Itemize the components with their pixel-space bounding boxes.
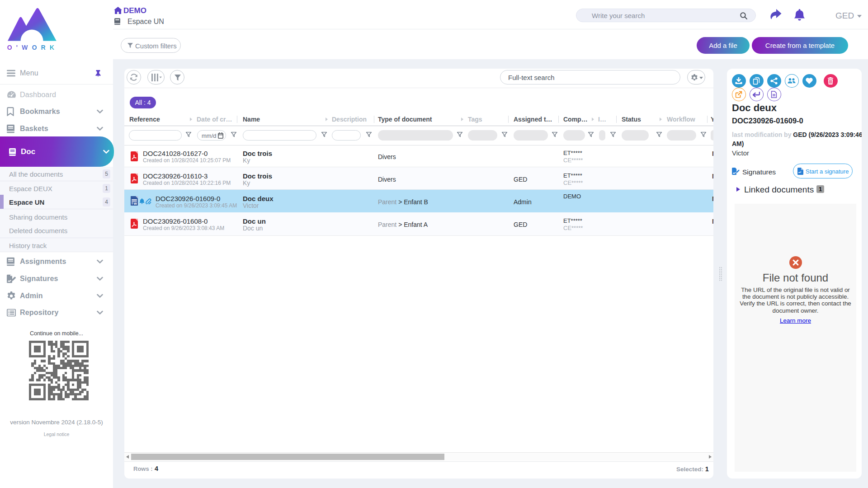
svg-text:W: W [134, 202, 137, 206]
